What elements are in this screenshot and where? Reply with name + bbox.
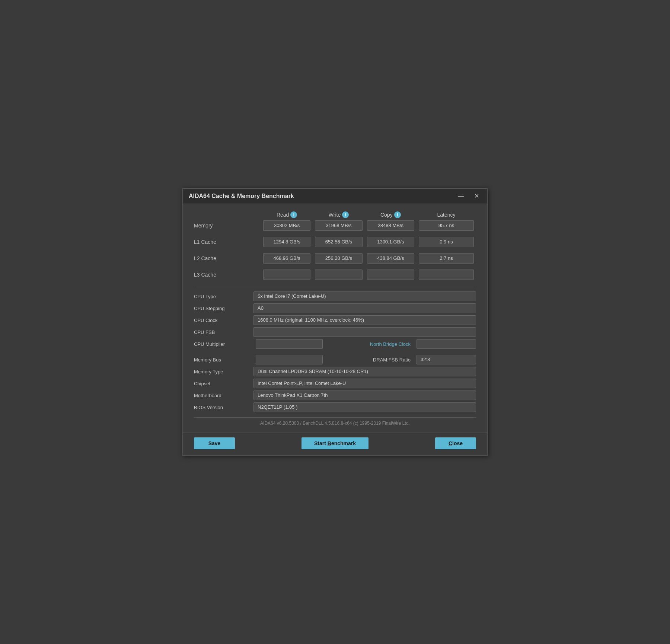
button-bar: Save Start Benchmark Close — [183, 433, 487, 455]
bench-header: Read i Write i Copy i Latency — [194, 211, 476, 218]
header-copy: Copy i — [365, 211, 417, 218]
l3cache-copy — [367, 270, 414, 280]
l2cache-label: L2 Cache — [194, 255, 261, 261]
memory-label: Memory — [194, 223, 261, 229]
read-info-icon[interactable]: i — [290, 211, 297, 218]
row-memory-bus: Memory Bus DRAM:FSB Ratio 32:3 — [194, 355, 476, 364]
dram-fsb-value: 32:3 — [417, 355, 476, 364]
save-button[interactable]: Save — [194, 437, 235, 449]
l1cache-write: 652.56 GB/s — [315, 237, 362, 247]
cpu-clock-value: 1608.0 MHz (original: 1100 MHz, overcloc… — [253, 315, 476, 325]
l3cache-write — [315, 270, 362, 280]
l1cache-label: L1 Cache — [194, 239, 261, 245]
memory-latency: 95.7 ns — [419, 220, 474, 231]
memory-type-label: Memory Type — [194, 369, 253, 374]
header-write: Write i — [313, 211, 364, 218]
row-l2cache: L2 Cache 468.96 GB/s 256.20 GB/s 438.84 … — [194, 253, 476, 264]
main-content: Read i Write i Copy i Latency Memory 308… — [183, 204, 487, 433]
cpu-clock-label: CPU Clock — [194, 318, 253, 323]
motherboard-value: Lenovo ThinkPad X1 Carbon 7th — [253, 390, 476, 400]
row-cpu-stepping: CPU Stepping A0 — [194, 303, 476, 313]
cpu-stepping-value: A0 — [253, 303, 476, 313]
window-title: AIDA64 Cache & Memory Benchmark — [189, 193, 294, 200]
row-cpu-multiplier: CPU Multiplier North Bridge Clock — [194, 339, 476, 349]
l2cache-write: 256.20 GB/s — [315, 253, 362, 264]
start-benchmark-button[interactable]: Start Benchmark — [302, 437, 368, 449]
copy-info-icon[interactable]: i — [394, 211, 401, 218]
row-cpu-clock: CPU Clock 1608.0 MHz (original: 1100 MHz… — [194, 315, 476, 325]
header-read: Read i — [261, 211, 313, 218]
row-motherboard: Motherboard Lenovo ThinkPad X1 Carbon 7t… — [194, 390, 476, 400]
info-section: CPU Type 6x Intel Core i7 (Comet Lake-U)… — [194, 286, 476, 412]
motherboard-label: Motherboard — [194, 393, 253, 398]
memory-write: 31968 MB/s — [315, 220, 362, 231]
header-latency: Latency — [417, 212, 476, 218]
bios-label: BIOS Version — [194, 405, 253, 410]
l2cache-read: 468.96 GB/s — [263, 253, 310, 264]
row-memory: Memory 30802 MB/s 31968 MB/s 28488 MB/s … — [194, 220, 476, 231]
row-memory-type: Memory Type Dual Channel LPDDR3 SDRAM (1… — [194, 367, 476, 376]
main-window: AIDA64 Cache & Memory Benchmark — ✕ Read… — [182, 188, 488, 456]
l3cache-read — [263, 270, 310, 280]
title-bar: AIDA64 Cache & Memory Benchmark — ✕ — [183, 189, 487, 204]
l1cache-latency: 0.9 ns — [419, 237, 474, 247]
l3cache-latency — [419, 270, 474, 280]
cpu-fsb-value — [253, 327, 476, 337]
memory-bus-value — [256, 355, 323, 364]
row-cpu-type: CPU Type 6x Intel Core i7 (Comet Lake-U) — [194, 291, 476, 301]
bios-value: N2QET11P (1.05 ) — [253, 402, 476, 412]
l3cache-label: L3 Cache — [194, 272, 261, 278]
l1cache-read: 1294.8 GB/s — [263, 237, 310, 247]
memory-read: 30802 MB/s — [263, 220, 310, 231]
window-controls: — ✕ — [456, 192, 481, 200]
close-button-bottom[interactable]: Close — [435, 437, 476, 449]
write-info-icon[interactable]: i — [342, 211, 349, 218]
cpu-stepping-label: CPU Stepping — [194, 306, 253, 311]
memory-type-value: Dual Channel LPDDR3 SDRAM (10-10-10-28 C… — [253, 367, 476, 376]
north-bridge-label: North Bridge Clock — [325, 341, 414, 347]
row-l1cache: L1 Cache 1294.8 GB/s 652.56 GB/s 1300.1 … — [194, 237, 476, 247]
footer-text: AIDA64 v6.20.5300 / BenchDLL 4.5.816.8-x… — [194, 417, 476, 429]
cpu-multiplier-value — [256, 339, 323, 349]
north-bridge-value — [417, 339, 476, 349]
row-l3cache: L3 Cache — [194, 270, 476, 280]
l2cache-copy: 438.84 GB/s — [367, 253, 414, 264]
l2cache-latency: 2.7 ns — [419, 253, 474, 264]
cpu-type-value: 6x Intel Core i7 (Comet Lake-U) — [253, 291, 476, 301]
minimize-button[interactable]: — — [456, 192, 466, 200]
row-bios: BIOS Version N2QET11P (1.05 ) — [194, 402, 476, 412]
chipset-label: Chipset — [194, 381, 253, 386]
l1cache-copy: 1300.1 GB/s — [367, 237, 414, 247]
row-chipset: Chipset Intel Comet Point-LP, Intel Come… — [194, 379, 476, 388]
dram-fsb-label: DRAM:FSB Ratio — [325, 357, 414, 363]
cpu-fsb-label: CPU FSB — [194, 329, 253, 335]
memory-copy: 28488 MB/s — [367, 220, 414, 231]
row-cpu-fsb: CPU FSB — [194, 327, 476, 337]
cpu-multiplier-label: CPU Multiplier — [194, 341, 253, 347]
chipset-value: Intel Comet Point-LP, Intel Comet Lake-U — [253, 379, 476, 388]
close-button[interactable]: ✕ — [472, 192, 481, 200]
memory-bus-label: Memory Bus — [194, 357, 253, 363]
cpu-type-label: CPU Type — [194, 294, 253, 299]
